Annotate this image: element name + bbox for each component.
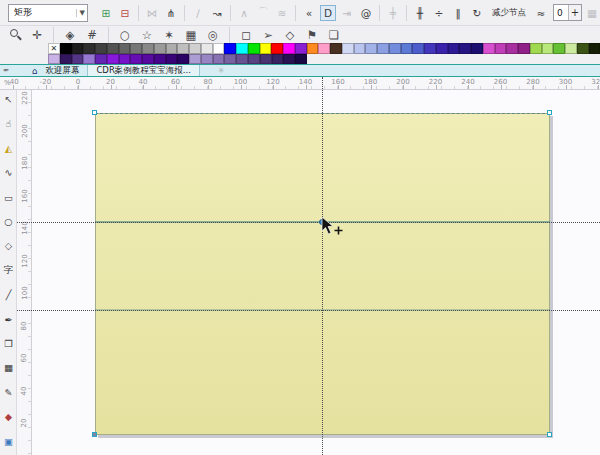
vertical-ruler[interactable]: 22020018016014012010080604020 [17, 90, 32, 455]
select-all-nodes-icon[interactable]: ▦ [584, 5, 600, 21]
color-swatch[interactable] [295, 54, 307, 64]
fill-color-icon[interactable]: ◈ [62, 27, 78, 43]
close-curve-icon[interactable]: D [320, 5, 336, 21]
color-swatch[interactable] [236, 54, 248, 64]
color-swatch[interactable] [154, 43, 166, 54]
color-swatch[interactable] [60, 54, 72, 64]
join-nodes-icon[interactable]: ⋈ [144, 5, 160, 21]
corner-node[interactable] [547, 110, 552, 115]
color-swatch[interactable] [424, 43, 436, 54]
color-swatch[interactable] [224, 54, 236, 64]
color-swatch[interactable] [177, 54, 189, 64]
color-swatch[interactable] [354, 43, 366, 54]
tab-menu-icon[interactable]: ✳ [218, 66, 225, 75]
graph-paper-shape-icon[interactable]: ▦ [183, 27, 199, 43]
color-swatch[interactable] [107, 54, 119, 64]
symmetrical-node-icon[interactable]: ≋ [274, 5, 290, 21]
color-swatch[interactable] [589, 43, 600, 54]
color-swatch[interactable] [130, 54, 142, 64]
extend-curve-icon[interactable]: @ [358, 5, 374, 21]
reflect-nodes-icon[interactable]: ╫ [412, 5, 428, 21]
reverse-direction-icon[interactable]: « [301, 5, 317, 21]
spinner-plus-button[interactable]: + [568, 5, 581, 20]
zoom-tool-icon[interactable] [7, 27, 23, 43]
color-swatch[interactable] [553, 43, 565, 54]
color-swatch[interactable] [95, 43, 107, 54]
add-node-icon[interactable]: ⊞ [98, 5, 114, 21]
color-swatch[interactable] [295, 43, 307, 54]
spiral-shape-icon[interactable]: ◎ [205, 27, 221, 43]
align-nodes-icon[interactable]: ╪ [385, 5, 401, 21]
color-swatch[interactable] [260, 54, 272, 64]
swatch-none[interactable]: ✕ [48, 43, 60, 54]
color-swatch[interactable] [271, 43, 283, 54]
color-swatch[interactable] [342, 43, 354, 54]
color-swatch[interactable] [154, 54, 166, 64]
color-swatch[interactable] [177, 43, 189, 54]
guideline-vertical-1[interactable] [322, 77, 323, 455]
color-swatch[interactable] [459, 43, 471, 54]
color-swatch[interactable] [248, 43, 260, 54]
extract-subpath-icon[interactable]: ⇥ [339, 5, 355, 21]
color-swatch[interactable] [189, 54, 201, 64]
color-swatch[interactable] [60, 43, 72, 54]
basic-shapes-icon[interactable]: ◻ [238, 27, 254, 43]
color-swatch[interactable] [272, 54, 284, 64]
color-swatch[interactable] [307, 43, 319, 54]
star-shape-icon[interactable]: ☆ [139, 27, 155, 43]
shape-type-dropdown[interactable]: 矩形 ▼ [8, 4, 88, 22]
color-swatch[interactable] [283, 43, 295, 54]
transparency-tool[interactable]: ▦ [0, 359, 17, 376]
delete-node-icon[interactable]: ⊟ [117, 5, 133, 21]
color-swatch[interactable] [166, 54, 178, 64]
color-swatch[interactable] [518, 43, 530, 54]
color-swatch[interactable] [565, 43, 577, 54]
smoothness-spinner[interactable]: 0 + [553, 4, 582, 21]
horizontal-ruler[interactable]: -40-200204060801001201401601802002202402… [0, 77, 600, 90]
color-swatch[interactable] [95, 54, 107, 64]
color-swatch[interactable] [448, 43, 460, 54]
color-swatch[interactable] [166, 43, 178, 54]
color-swatch[interactable] [260, 43, 272, 54]
color-swatch[interactable] [142, 54, 154, 64]
flowchart-shapes-icon[interactable]: ◇ [282, 27, 298, 43]
color-swatch[interactable] [107, 43, 119, 54]
corner-node[interactable] [92, 110, 97, 115]
color-swatch[interactable] [318, 43, 330, 54]
break-node-icon[interactable]: ⋔ [163, 5, 179, 21]
color-swatch[interactable] [483, 43, 495, 54]
color-swatch[interactable] [412, 43, 424, 54]
banner-shapes-icon[interactable]: ⚑ [304, 27, 320, 43]
color-swatch[interactable] [389, 43, 401, 54]
polygon-tool[interactable]: ◇ [0, 237, 17, 254]
pen-tool[interactable]: ✒ [0, 311, 17, 328]
reduce-nodes-button[interactable]: 减少节点 [487, 5, 531, 21]
color-swatch[interactable] [201, 43, 213, 54]
callout-shapes-icon[interactable]: ❏ [326, 27, 342, 43]
convert-to-line-icon[interactable]: ∕ [190, 5, 206, 21]
distribute-nodes-icon[interactable]: ÷ [431, 5, 447, 21]
color-swatch[interactable] [471, 43, 483, 54]
color-swatch[interactable] [495, 43, 507, 54]
color-swatch[interactable] [72, 43, 84, 54]
color-swatch[interactable] [365, 43, 377, 54]
guideline-horizontal-2[interactable] [17, 310, 600, 311]
ellipse-tool[interactable]: ○ [0, 213, 17, 230]
color-swatch[interactable] [224, 43, 236, 54]
color-swatch[interactable] [577, 43, 589, 54]
color-swatch[interactable] [330, 43, 342, 54]
smooth-node-icon[interactable]: ⌒ [255, 5, 271, 21]
crop-tool[interactable]: ◭ [0, 140, 17, 157]
color-swatch[interactable] [542, 43, 554, 54]
color-swatch[interactable] [83, 43, 95, 54]
corner-node[interactable] [92, 432, 97, 437]
rectangle-tool[interactable]: ▭ [0, 189, 17, 206]
color-swatch[interactable] [436, 43, 448, 54]
guideline-horizontal-1[interactable] [17, 222, 600, 223]
color-swatch[interactable] [201, 54, 213, 64]
color-swatch[interactable] [530, 43, 542, 54]
color-swatch[interactable] [83, 54, 95, 64]
tab-document[interactable]: CDR案例教程宝宝海报... [87, 65, 200, 76]
corner-node[interactable] [547, 432, 552, 437]
fill-tool[interactable]: ◆ [0, 408, 17, 425]
